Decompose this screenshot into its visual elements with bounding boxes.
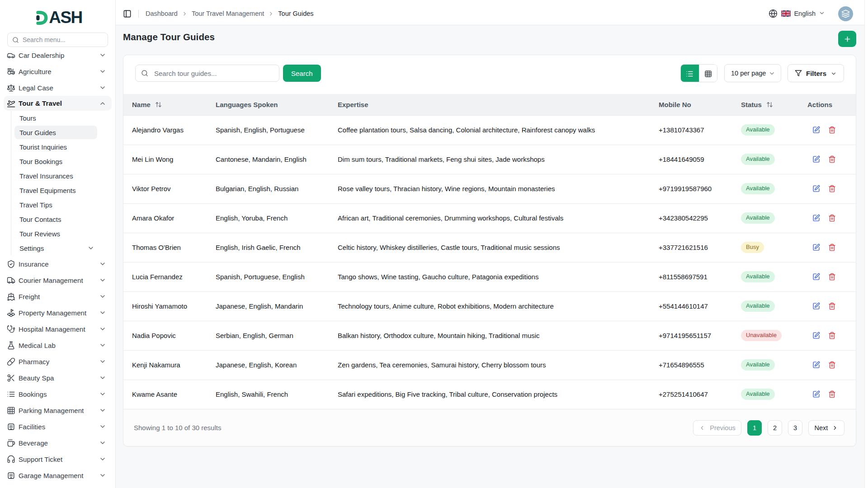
cell-expertise: Zen gardens, Tea ceremonies, Samurai his… — [338, 350, 659, 380]
building-icon — [7, 422, 15, 431]
edit-button[interactable] — [812, 244, 820, 251]
edit-button[interactable] — [812, 302, 820, 310]
sidebar-subitem-tourist-inquiries[interactable]: Tourist Inquiries — [0, 140, 115, 154]
filters-label: Filters — [806, 70, 826, 77]
sidebar-item-insurance[interactable]: Insurance — [0, 256, 115, 272]
cell-status: Available — [741, 115, 807, 145]
sidebar-item-hospital-management[interactable]: Hospital Management — [0, 321, 115, 337]
page-button-1[interactable]: 1 — [747, 420, 762, 436]
edit-pencil-icon — [812, 361, 820, 369]
sidebar-item-beauty-spa[interactable]: Beauty Spa — [0, 370, 115, 386]
plane-takeoff-icon — [7, 99, 15, 108]
sidebar-item-garage-management[interactable]: Garage Management — [0, 467, 115, 483]
brand-logo[interactable]: ASH — [0, 0, 115, 29]
breadcrumb-item[interactable]: Tour Travel Management — [192, 10, 264, 17]
sidebar-item-beverage[interactable]: Beverage — [0, 435, 115, 451]
chevron-left-icon — [699, 425, 705, 431]
delete-button[interactable] — [828, 185, 836, 192]
sidebar-item-medical-lab[interactable]: Medical Lab — [0, 337, 115, 353]
sidebar-item-bookings[interactable]: Bookings — [0, 386, 115, 402]
sidebar-subitem-tour-bookings[interactable]: Tour Bookings — [0, 154, 115, 169]
filters-button[interactable]: Filters — [788, 64, 844, 82]
edit-button[interactable] — [812, 332, 820, 339]
table-search-input[interactable] — [154, 70, 274, 77]
column-header-name[interactable]: Name — [123, 94, 216, 115]
cell-name: Hiroshi Yamamoto — [123, 291, 216, 321]
column-header-status[interactable]: Status — [741, 94, 807, 115]
sidebar-subitem-tour-guides[interactable]: Tour Guides — [14, 126, 97, 139]
sidebar-subitem-tour-reviews[interactable]: Tour Reviews — [0, 226, 115, 241]
cell-status: Available — [741, 145, 807, 174]
sidebar-subitem-tour-contacts[interactable]: Tour Contacts — [0, 212, 115, 226]
delete-button[interactable] — [828, 155, 836, 163]
search-icon — [141, 70, 148, 77]
sidebar-subitem-travel-insurances[interactable]: Travel Insurances — [0, 169, 115, 183]
sidebar-item-support-ticket[interactable]: Support Ticket — [0, 451, 115, 467]
sidebar-item-car-dealership[interactable]: Car Dealership — [0, 47, 115, 63]
cell-status: Available — [741, 203, 807, 233]
sidebar-item-legal-case[interactable]: Legal Case — [0, 80, 115, 96]
chevron-down-icon — [99, 358, 106, 365]
sidebar-item-label: Property Management — [19, 309, 99, 317]
delete-button[interactable] — [828, 126, 836, 134]
page-button-2[interactable]: 2 — [768, 420, 782, 436]
language-selector[interactable]: English — [781, 10, 825, 18]
edit-button[interactable] — [812, 185, 820, 192]
sidebar-subitem-travel-tips[interactable]: Travel Tips — [0, 197, 115, 212]
sidebar-toggle-button[interactable] — [123, 9, 132, 18]
add-tour-guide-button[interactable] — [838, 31, 856, 47]
scrollbar-gutter[interactable] — [864, 0, 868, 488]
user-avatar[interactable] — [838, 6, 853, 21]
page-button-3[interactable]: 3 — [788, 420, 802, 436]
cell-name: Lucia Fernandez — [123, 262, 216, 291]
chevron-down-icon — [87, 244, 94, 252]
status-badge: Available — [741, 183, 775, 194]
list-view-button[interactable] — [681, 65, 699, 82]
edit-button[interactable] — [812, 361, 820, 369]
trash-icon — [828, 126, 836, 134]
edit-button[interactable] — [812, 214, 820, 222]
cell-actions — [807, 321, 856, 350]
delete-button[interactable] — [828, 302, 836, 310]
delete-button[interactable] — [828, 273, 836, 281]
edit-button[interactable] — [812, 155, 820, 163]
status-badge: Busy — [741, 242, 764, 253]
sidebar-item-pharmacy[interactable]: Pharmacy — [0, 353, 115, 370]
previous-page-button[interactable]: Previous — [693, 420, 741, 436]
sidebar-item-agriculture[interactable]: Agriculture — [0, 63, 115, 80]
sidebar-search-input[interactable] — [23, 36, 103, 43]
sidebar-subitem-settings[interactable]: Settings — [0, 241, 115, 255]
sidebar-item-parking-management[interactable]: Parking Management — [0, 402, 115, 418]
cell-actions — [807, 380, 856, 409]
sidebar-item-courier-management[interactable]: Courier Management — [0, 272, 115, 288]
edit-button[interactable] — [812, 390, 820, 398]
next-page-button[interactable]: Next — [808, 420, 844, 436]
sidebar-item-property-management[interactable]: Property Management — [0, 305, 115, 321]
chevron-down-icon — [99, 455, 106, 463]
edit-button[interactable] — [812, 273, 820, 281]
sidebar-item-freight[interactable]: Freight — [0, 288, 115, 305]
grid-view-button[interactable] — [699, 65, 717, 82]
search-button[interactable]: Search — [283, 65, 321, 82]
sidebar-item-facilities[interactable]: Facilities — [0, 418, 115, 435]
chevron-down-icon — [99, 407, 106, 414]
sidebar-subitem-label: Tour Reviews — [19, 230, 94, 238]
chevron-down-icon — [99, 374, 106, 381]
language-globe-button[interactable] — [769, 9, 778, 18]
delete-button[interactable] — [828, 332, 836, 339]
per-page-select[interactable]: 10 per page — [724, 64, 781, 82]
delete-button[interactable] — [828, 361, 836, 369]
delete-button[interactable] — [828, 244, 836, 251]
sidebar-subitem-travel-equipments[interactable]: Travel Equipments — [0, 183, 115, 197]
chevron-down-icon — [99, 390, 106, 398]
delete-button[interactable] — [828, 390, 836, 398]
delete-button[interactable] — [828, 214, 836, 222]
edit-button[interactable] — [812, 126, 820, 134]
edit-pencil-icon — [812, 332, 820, 339]
breadcrumb-item[interactable]: Dashboard — [146, 10, 178, 17]
logo-d-icon — [33, 10, 47, 25]
sidebar-subitem-tours[interactable]: Tours — [0, 111, 115, 125]
table-row: Kwame Asante English, Swahili, French Sa… — [123, 380, 856, 409]
sidebar-item-label: Legal Case — [19, 84, 99, 92]
sidebar-item-tour-travel[interactable]: Tour & Travel — [4, 96, 112, 111]
